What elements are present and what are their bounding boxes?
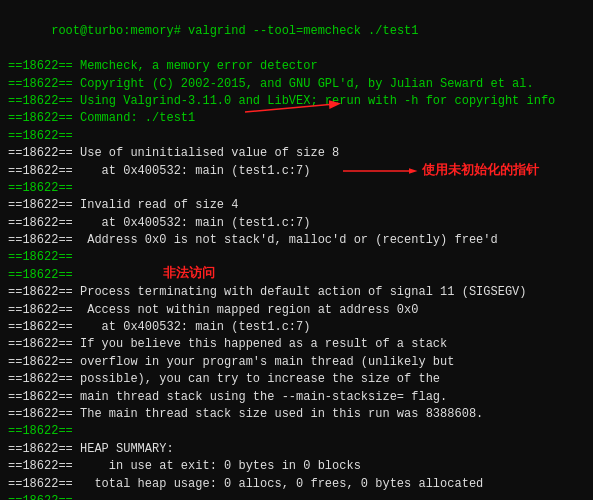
- terminal: root@turbo:memory# valgrind --tool=memch…: [0, 0, 593, 500]
- terminal-line-7-container: ==18622== at 0x400532: main (test1.c:7) …: [8, 163, 585, 180]
- terminal-line-12: ==18622==: [8, 249, 585, 266]
- terminal-line-25: ==18622== total heap usage: 0 allocs, 0 …: [8, 476, 585, 493]
- terminal-line-23: ==18622== HEAP SUMMARY:: [8, 441, 585, 458]
- terminal-line-10: ==18622== at 0x400532: main (test1.c:7): [8, 215, 585, 232]
- terminal-line-15: ==18622== Access not within mapped regio…: [8, 302, 585, 319]
- terminal-line-13-container: ==18622== 非法访问: [8, 267, 585, 284]
- terminal-line-21: ==18622== The main thread stack size use…: [8, 406, 585, 423]
- annotation-illegal: 非法访问: [163, 264, 215, 283]
- terminal-line-9: ==18622== Invalid read of size 4: [8, 197, 585, 214]
- terminal-line-20: ==18622== main thread stack using the --…: [8, 389, 585, 406]
- terminal-line-8: ==18622==: [8, 180, 585, 197]
- page-wrapper: root@turbo:memory# valgrind --tool=memch…: [0, 0, 593, 500]
- terminal-line-17: ==18622== If you believe this happened a…: [8, 336, 585, 353]
- terminal-line-1: ==18622== Memcheck, a memory error detec…: [8, 58, 585, 75]
- uninit-label: 使用未初始化的指针: [422, 161, 539, 180]
- prompt-text: root@turbo:memory# valgrind --tool=memch…: [51, 24, 418, 38]
- terminal-line-26: ==18622==: [8, 493, 585, 500]
- terminal-line-18: ==18622== overflow in your program's mai…: [8, 354, 585, 371]
- terminal-line-24: ==18622== in use at exit: 0 bytes in 0 b…: [8, 458, 585, 475]
- and-text: and: [260, 77, 282, 91]
- terminal-line-16: ==18622== at 0x400532: main (test1.c:7): [8, 319, 585, 336]
- terminal-line-22: ==18622==: [8, 423, 585, 440]
- arrow-uninit-svg: [338, 161, 418, 181]
- terminal-line-3: ==18622== Using Valgrind-3.11.0 and LibV…: [8, 93, 585, 110]
- terminal-line-14: ==18622== Process terminating with defau…: [8, 284, 585, 301]
- prompt-line: root@turbo:memory# valgrind --tool=memch…: [8, 6, 585, 58]
- terminal-line-19: ==18622== possible), you can try to incr…: [8, 371, 585, 388]
- terminal-line-11: ==18622== Address 0x0 is not stack'd, ma…: [8, 232, 585, 249]
- terminal-line-5: ==18622==: [8, 128, 585, 145]
- terminal-line-13: ==18622==: [8, 267, 585, 284]
- terminal-line-2: ==18622== Copyright (C) 2002-2015, and G…: [8, 76, 585, 93]
- illegal-label: 非法访问: [163, 265, 215, 280]
- terminal-line-4: ==18622== Command: ./test1: [8, 110, 585, 127]
- annotation-uninit: 使用未初始化的指针: [338, 161, 539, 181]
